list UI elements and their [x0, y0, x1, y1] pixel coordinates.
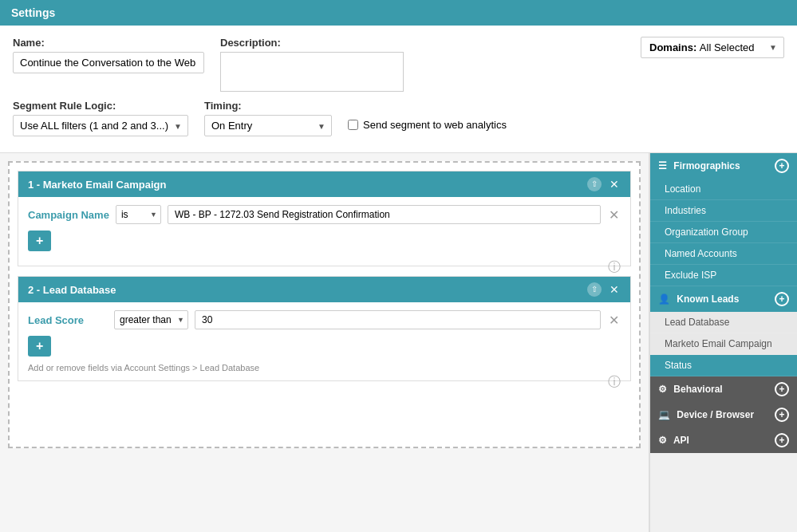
filter-2-header: 2 - Lead Database ⇧ ✕ — [18, 277, 630, 302]
send-segment-checkbox[interactable] — [348, 120, 358, 130]
domains-field-group: Domains: All Selected — [641, 37, 784, 58]
sidebar-known-leads-header[interactable]: 👤 Known Leads + — [650, 286, 797, 312]
sidebar-item-exclude-isp[interactable]: Exclude ISP — [650, 265, 797, 286]
main-content: 1 - Marketo Email Campaign ⇧ ✕ Campaign … — [0, 153, 797, 532]
filter-1-up-button[interactable]: ⇧ — [586, 177, 603, 191]
filter-1-row-remove-button[interactable]: ✕ — [607, 207, 621, 223]
sidebar-behavioral-header[interactable]: ⚙ Behavioral + — [650, 376, 797, 402]
filter-2-remove-button[interactable]: ✕ — [608, 284, 621, 295]
up-icon: ⇧ — [587, 177, 602, 191]
filter-block-1: 1 - Marketo Email Campaign ⇧ ✕ Campaign … — [18, 171, 631, 266]
sidebar-firmographics-header[interactable]: ☰ Firmographics + — [650, 153, 797, 179]
filter-2-row-remove-button[interactable]: ✕ — [607, 313, 621, 328]
filter-1-field-label: Campaign Name — [28, 209, 109, 221]
filter-2-body: Lead Score greater than less than equal … — [18, 302, 630, 380]
sidebar-device-header[interactable]: 💻 Device / Browser + — [650, 402, 797, 428]
timing-select[interactable]: On Entry — [204, 115, 332, 136]
filter-2-title: 2 - Lead Database — [28, 284, 116, 296]
behavioral-plus-icon: + — [775, 382, 789, 396]
name-input[interactable] — [13, 52, 204, 73]
filter-1-header: 1 - Marketo Email Campaign ⇧ ✕ — [18, 171, 630, 197]
filter-1-value-input[interactable] — [168, 205, 601, 224]
sidebar-item-industries[interactable]: Industries — [650, 200, 797, 222]
settings-header: Settings — [0, 0, 797, 26]
send-segment-label: Send segment to web analytics — [363, 119, 507, 131]
known-leads-icon: 👤 — [658, 294, 670, 305]
timing-select-wrapper: On Entry — [204, 115, 332, 136]
sidebar-item-marketo-email[interactable]: Marketo Email Campaign — [650, 333, 797, 355]
filter-1-operator-wrap: is is not — [116, 205, 161, 224]
filter-1-operator-select[interactable]: is is not — [116, 205, 161, 224]
filter-2-help-icon: ⓘ — [608, 374, 621, 391]
filter-1-add-button[interactable]: + — [28, 231, 51, 251]
settings-title: Settings — [11, 6, 55, 19]
right-panel: ☰ Firmographics + Location Industries Or… — [649, 153, 797, 532]
known-leads-plus-icon: + — [775, 292, 789, 306]
firmographics-label: Firmographics — [673, 160, 740, 171]
filter-block-2: 2 - Lead Database ⇧ ✕ Lead Score — [18, 276, 631, 381]
api-icon: ⚙ — [658, 435, 667, 446]
filter-1-body: Campaign Name is is not ✕ + ⓘ — [18, 197, 630, 266]
firmographics-plus-icon: + — [775, 159, 789, 173]
filter-2-add-button[interactable]: + — [28, 336, 51, 357]
timing-label: Timing: — [204, 100, 332, 112]
device-plus-icon: + — [775, 408, 789, 422]
behavioral-label: Behavioral — [673, 384, 722, 395]
filter-2-row-1: Lead Score greater than less than equal … — [28, 310, 621, 329]
desc-input[interactable] — [220, 52, 404, 92]
filter-1-row-1: Campaign Name is is not ✕ — [28, 205, 621, 224]
filters-area: 1 - Marketo Email Campaign ⇧ ✕ Campaign … — [8, 161, 641, 448]
filter-1-help-icon: ⓘ — [608, 259, 621, 276]
filter-1-title: 1 - Marketo Email Campaign — [28, 179, 166, 191]
filter-2-help-text: Add or remove fields via Account Setting… — [28, 363, 621, 372]
desc-label: Description: — [220, 37, 404, 49]
sidebar-api-header[interactable]: ⚙ API + — [650, 428, 797, 453]
send-segment-group: Send segment to web analytics — [348, 119, 507, 131]
filter-2-up-button[interactable]: ⇧ — [586, 282, 603, 297]
known-leads-label: Known Leads — [677, 294, 739, 305]
seg-rule-select[interactable]: Use ALL filters (1 and 2 and 3...) — [13, 115, 188, 136]
desc-field-group: Description: — [220, 37, 404, 92]
filter-1-remove-button[interactable]: ✕ — [608, 179, 621, 190]
sidebar-item-lead-database[interactable]: Lead Database — [650, 312, 797, 333]
api-label: API — [673, 435, 689, 446]
sidebar-item-org-group[interactable]: Organization Group — [650, 222, 797, 243]
seg-rule-label: Segment Rule Logic: — [13, 100, 188, 112]
device-icon: 💻 — [658, 409, 670, 420]
device-label: Device / Browser — [677, 409, 754, 420]
behavioral-icon: ⚙ — [658, 384, 667, 395]
settings-form: Name: Description: Domains: All Selected… — [0, 26, 797, 153]
filter-2-field-label: Lead Score — [28, 314, 108, 326]
firmographics-icon: ☰ — [658, 160, 667, 171]
timing-field-group: Timing: On Entry — [204, 100, 332, 136]
up-icon-2: ⇧ — [587, 282, 602, 297]
seg-rule-field-group: Segment Rule Logic: Use ALL filters (1 a… — [13, 100, 188, 136]
filter-2-operator-wrap: greater than less than equal to — [114, 310, 188, 329]
api-plus-icon: + — [775, 433, 789, 447]
seg-rule-select-wrapper: Use ALL filters (1 and 2 and 3...) — [13, 115, 188, 136]
filter-2-value-input[interactable] — [195, 310, 601, 329]
domains-select[interactable]: Domains: All Selected — [641, 37, 784, 58]
sidebar-item-named-accounts[interactable]: Named Accounts — [650, 243, 797, 265]
domains-label: Domains: — [649, 41, 696, 53]
sidebar-item-status[interactable]: Status — [650, 355, 797, 376]
name-label: Name: — [13, 37, 204, 49]
domains-value: All Selected — [700, 41, 755, 53]
left-panel: 1 - Marketo Email Campaign ⇧ ✕ Campaign … — [0, 153, 649, 532]
name-field-group: Name: — [13, 37, 204, 73]
sidebar-item-location[interactable]: Location — [650, 179, 797, 200]
filter-2-operator-select[interactable]: greater than less than equal to — [114, 310, 188, 329]
